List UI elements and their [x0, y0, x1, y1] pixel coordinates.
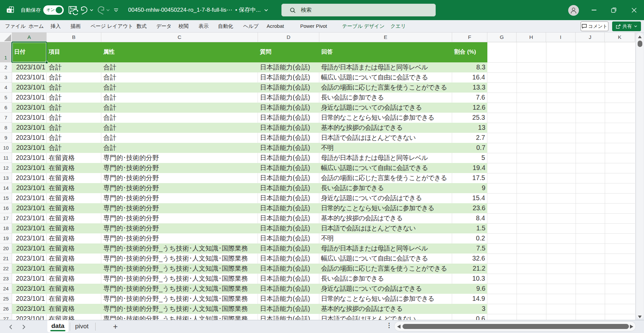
svg-text:x: x: [8, 9, 10, 12]
